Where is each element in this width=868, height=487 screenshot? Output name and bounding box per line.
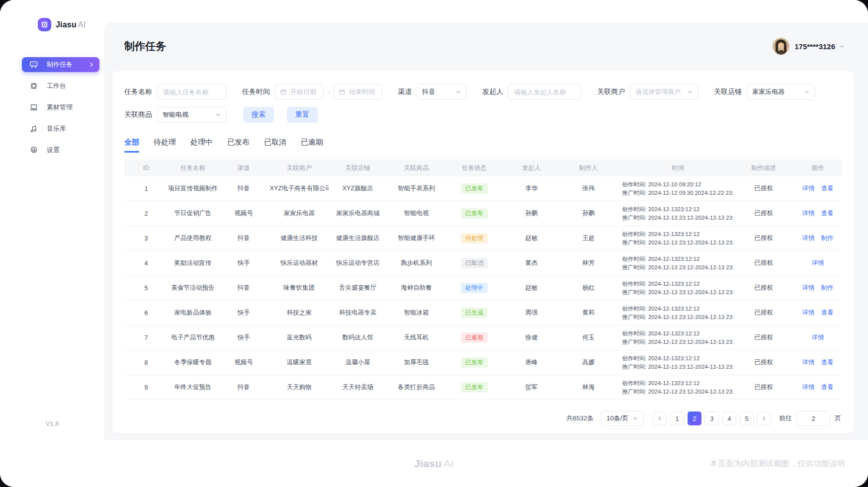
cell-init: 徐健 [503,333,560,342]
promo-time: 推广时间: 2024-12-12 09:30 2024-12-22 23:59 [622,189,734,197]
brand-logo: JiasuAI [38,18,104,31]
cell-merchant: 科技之家 [270,309,329,317]
sidebar-item-音乐库[interactable]: 音乐库 [22,121,99,136]
tab-已逾期[interactable]: 已逾期 [301,138,323,153]
channel-select[interactable]: 抖音 [417,84,467,100]
cell-time: 创作时间: 2024-12-10 09:20:12推广时间: 2024-12-1… [617,180,734,197]
logo-atom-icon [38,18,51,31]
cell-id: 9 [124,384,168,391]
cell-desc: 已授权 [734,234,793,243]
tab-已发布[interactable]: 已发布 [227,138,250,153]
page-footer: JiasuAI 本页面为内部测试截图，仅供功能说明 [0,440,868,487]
cell-maker: 孙鹏 [560,209,617,218]
cell-channel: 视频号 [218,358,270,367]
tab-已取消[interactable]: 已取消 [264,138,286,153]
page-button-2[interactable]: 2 [688,411,701,425]
cell-merchant: 温暖家居 [270,358,329,367]
cell-product: 各类打折商品 [387,383,446,392]
date-separator: - [328,88,330,96]
username: 175****3126 [794,42,835,51]
action-link-详情[interactable]: 详情 [802,284,815,291]
action-link-详情[interactable]: 详情 [802,235,815,242]
action-link-查看[interactable]: 查看 [821,185,834,192]
tab-处理中[interactable]: 处理中 [190,138,213,153]
app-version: V1.8 [0,420,104,427]
cell-maker: 杨红 [560,284,617,292]
cell-merchant: 蓝光数码 [270,333,329,342]
column-header: 制作描述 [734,164,793,172]
cell-id: 2 [124,210,168,217]
task-name-input[interactable] [157,84,227,100]
cell-actions: 详情 [793,333,842,342]
action-link-详情[interactable]: 详情 [802,359,815,366]
page-size-select[interactable]: 10条/页 [601,411,644,426]
cell-desc: 已授权 [734,184,793,193]
reset-button[interactable]: 重置 [287,107,318,123]
filter-task-name: 任务名称 [124,84,227,100]
status-badge: 处理中 [461,283,488,294]
action-link-查看[interactable]: 查看 [821,210,834,217]
calendar-icon [280,88,287,95]
create-time: 创作时间: 2024-12-10 09:20:12 [622,180,734,189]
action-link-详情[interactable]: 详情 [812,259,824,266]
column-header: 关联商户 [270,164,329,172]
cell-init: 黄杰 [503,259,560,267]
cell-time: 创作时间: 2024-12-1323:12:12推广时间: 2024-12-13… [617,305,734,322]
task-card: 任务名称 任务时间 开始日期 - 结束时 [112,71,854,433]
action-link-详情[interactable]: 详情 [802,309,815,316]
initiator-input[interactable] [508,84,582,100]
cell-status: 处理中 [446,283,503,294]
action-link-查看[interactable]: 查看 [821,359,834,366]
cell-shop: 温馨小屋 [329,358,387,367]
cell-channel: 抖音 [218,383,270,392]
sidebar-item-素材管理[interactable]: 素材管理 [22,100,99,115]
column-header: 发起人 [503,164,560,172]
page-button-5[interactable]: 5 [740,411,754,425]
user-menu[interactable]: 175****3126 [773,38,845,55]
product-select[interactable]: 智能电视 [157,107,227,123]
action-link-详情[interactable]: 详情 [802,210,815,217]
cell-actions: 详情查看 [793,184,842,193]
cell-channel: 快手 [218,309,270,317]
cell-name: 奖励活动宣传 [168,259,218,267]
status-badge: 已发布 [461,208,488,219]
action-link-详情[interactable]: 详情 [802,185,815,192]
start-date-picker[interactable]: 开始日期 [275,84,324,100]
chevron-right-icon [88,62,94,68]
cell-product: 加厚毛毯 [387,358,446,367]
tab-全部[interactable]: 全部 [124,138,139,153]
column-header: 关联商品 [387,164,446,172]
action-link-查看[interactable]: 查看 [821,384,834,391]
sidebar-item-设置[interactable]: 设置 [22,143,99,158]
shop-select[interactable]: 家家乐电器 [747,84,815,100]
cell-actions: 详情 [793,259,842,267]
table-row: 6家电新品体验快手科技之家科技电器专卖智能冰箱已生成周强黄莉创作时间: 2024… [124,301,842,325]
action-link-详情[interactable]: 详情 [812,334,824,341]
goto-page-input[interactable] [796,411,830,426]
action-link-制作[interactable]: 制作 [821,284,834,291]
action-link-制作[interactable]: 制作 [821,235,834,242]
footer-brand: JiasuAI [414,458,454,470]
action-link-查看[interactable]: 查看 [821,309,834,316]
page-button-3[interactable]: 3 [705,411,719,425]
sidebar-item-制作任务[interactable]: 制作任务 [22,57,99,72]
page-button-1[interactable]: 1 [670,411,684,425]
create-time: 创作时间: 2024-12-1323:12:12 [622,354,734,363]
next-page-button[interactable] [757,411,771,425]
cell-name: 家电新品体验 [168,309,218,317]
column-header: 任务状态 [446,164,503,172]
tab-待处理[interactable]: 待处理 [154,138,176,153]
page-unit-label: 页 [835,414,841,423]
cell-actions: 详情查看 [793,309,842,317]
cell-merchant: 快乐运动器材 [270,259,329,267]
search-button[interactable]: 搜索 [243,107,274,123]
filter-merchant: 关联商户 请选择管理商户 [597,84,698,100]
prev-page-button[interactable] [653,411,667,425]
sidebar-item-工作台[interactable]: 工作台 [22,79,99,93]
page-button-4[interactable]: 4 [722,411,736,425]
merchant-select[interactable]: 请选择管理商户 [630,84,698,100]
action-link-详情[interactable]: 详情 [802,384,815,391]
end-date-picker[interactable]: 结束时间 [334,84,382,100]
cell-desc: 已授权 [734,333,793,342]
promo-time: 推广时间: 2024-12-13 23:12-2024-12-13 23:12 [622,288,734,297]
